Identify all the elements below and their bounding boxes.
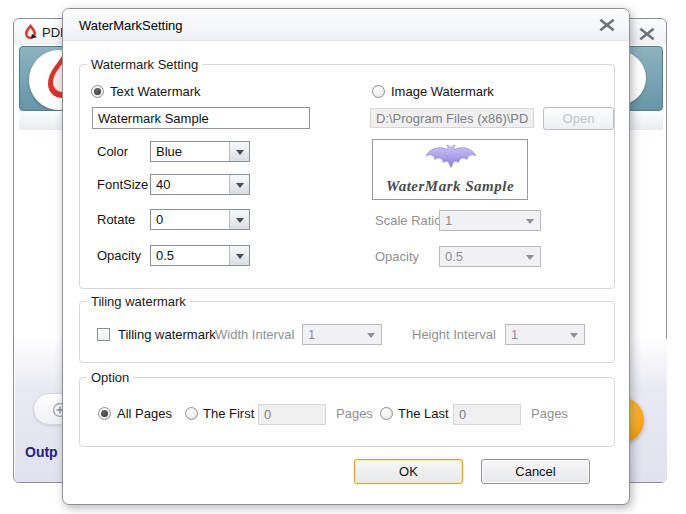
height-interval-value: 1 — [511, 327, 518, 342]
image-watermark-radio[interactable] — [372, 85, 385, 98]
opacity-label: Opacity — [97, 248, 141, 263]
tiling-checkbox-label: Tilling watermark — [118, 327, 216, 342]
open-button[interactable]: Open — [543, 107, 614, 130]
height-interval-select[interactable]: 1 — [505, 324, 585, 345]
scale-ratio-select[interactable]: 1 — [439, 210, 541, 231]
first-pages-radio[interactable] — [185, 407, 198, 420]
opacity-right-select[interactable]: 0.5 — [439, 246, 541, 267]
option-group: Option All Pages The First Pages The Las… — [79, 377, 615, 447]
fontsize-label: FontSize — [97, 177, 148, 192]
dialog-titlebar[interactable]: WaterMarkSetting — [63, 9, 629, 41]
chevron-down-icon — [229, 246, 249, 265]
opacity-right-value: 0.5 — [445, 249, 463, 264]
tiling-group: Tiling watermark Tilling watermark Width… — [79, 301, 615, 363]
image-watermark-label: Image Watermark — [391, 84, 494, 99]
flame-app-icon — [22, 23, 39, 40]
opacity-right-label: Opacity — [375, 249, 419, 264]
dialog-close-icon[interactable] — [599, 18, 615, 32]
height-interval-label: Height Interval — [412, 327, 496, 342]
tiling-legend: Tiling watermark — [87, 294, 190, 309]
text-watermark-label: Text Watermark — [110, 84, 201, 99]
bat-icon — [421, 143, 481, 175]
color-select[interactable]: Blue — [150, 141, 250, 162]
opacity-select[interactable]: 0.5 — [150, 245, 250, 266]
tiling-checkbox[interactable] — [97, 328, 110, 341]
last-pages-radio[interactable] — [380, 407, 393, 420]
rotate-select[interactable]: 0 — [150, 209, 250, 230]
screen: PDF W Outp — [0, 0, 686, 514]
chevron-down-icon — [564, 325, 584, 344]
width-interval-select[interactable]: 1 — [302, 324, 382, 345]
chevron-down-icon — [520, 247, 540, 266]
first-pages-suffix: Pages — [336, 406, 373, 421]
all-pages-label: All Pages — [117, 406, 172, 421]
option-legend: Option — [87, 370, 133, 385]
watermark-dialog: WaterMarkSetting Watermark Setting Text … — [62, 8, 630, 505]
image-path-input[interactable] — [370, 108, 534, 128]
rotate-label: Rotate — [97, 212, 135, 227]
watermark-setting-group: Watermark Setting Text Watermark Image W… — [79, 64, 615, 289]
ok-button[interactable]: OK — [354, 459, 463, 484]
color-label: Color — [97, 144, 128, 159]
chevron-down-icon — [229, 142, 249, 161]
output-label: Outp — [25, 444, 58, 460]
fontsize-value: 40 — [156, 177, 170, 192]
width-interval-value: 1 — [308, 327, 315, 342]
last-pages-input[interactable] — [453, 404, 521, 425]
color-value: Blue — [156, 144, 182, 159]
chevron-down-icon — [361, 325, 381, 344]
rotate-value: 0 — [156, 212, 163, 227]
last-pages-suffix: Pages — [531, 406, 568, 421]
fontsize-select[interactable]: 40 — [150, 174, 250, 195]
opacity-value: 0.5 — [156, 248, 174, 263]
scale-ratio-value: 1 — [445, 213, 452, 228]
preview-text: WaterMark Sample — [373, 178, 527, 195]
chevron-down-icon — [229, 175, 249, 194]
width-interval-label: Width Interval — [215, 327, 294, 342]
all-pages-radio[interactable] — [98, 407, 111, 420]
dialog-title: WaterMarkSetting — [79, 18, 183, 33]
chevron-down-icon — [520, 211, 540, 230]
watermark-preview: WaterMark Sample — [372, 139, 528, 200]
chevron-down-icon — [229, 210, 249, 229]
watermark-text-input[interactable] — [92, 107, 310, 129]
watermark-setting-legend: Watermark Setting — [87, 57, 202, 72]
last-pages-label: The Last — [398, 406, 449, 421]
first-pages-input[interactable] — [258, 404, 326, 425]
text-watermark-radio[interactable] — [91, 85, 104, 98]
app-close-icon[interactable] — [639, 27, 655, 41]
cancel-button[interactable]: Cancel — [481, 459, 590, 484]
first-pages-label: The First — [203, 406, 254, 421]
scale-ratio-label: Scale Ratio — [375, 213, 441, 228]
